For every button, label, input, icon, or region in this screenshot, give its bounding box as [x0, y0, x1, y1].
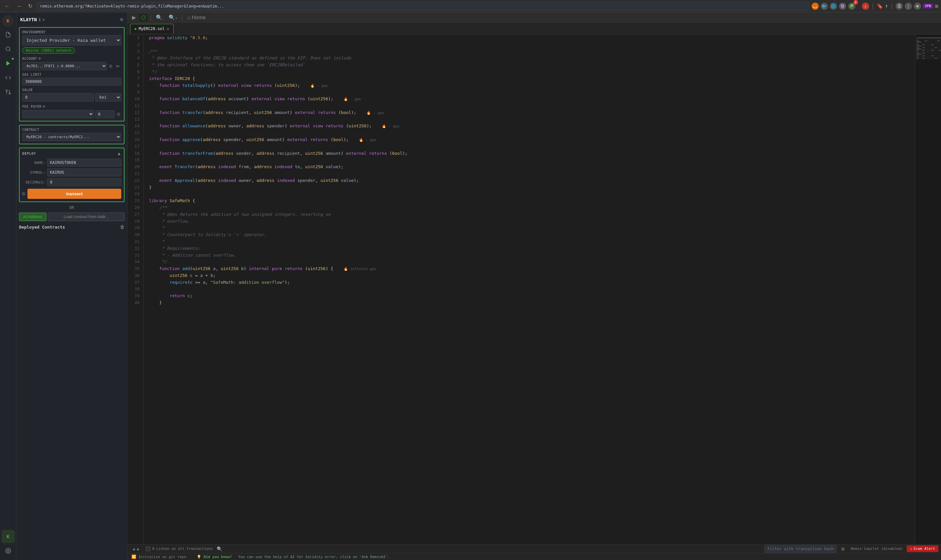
browser-icons: 🦊 🐦 🌐 🔮 🧩 2 ⚠ | 🔖 ⬆ | ☰ ⋮ ⊞ VPN ≡	[811, 3, 938, 10]
zoom-in-button[interactable]: 🔍+	[167, 14, 179, 21]
deploy-symbol-input[interactable]	[47, 168, 121, 176]
deploy-name-input[interactable]	[47, 159, 121, 166]
edit-account-button[interactable]: ✏	[115, 63, 121, 69]
minimap-content: ████████████████████████████████████████…	[915, 35, 941, 62]
network-badge: Kairos (1001) network	[22, 47, 75, 54]
status-left: ▲▲	[130, 546, 142, 552]
info-icon[interactable]: ℹ	[39, 17, 40, 22]
minimap: ████████████████████████████████████████…	[915, 35, 941, 544]
sidebar-item-settings[interactable]	[2, 544, 15, 557]
forward-button[interactable]: →	[14, 3, 23, 10]
svg-marker-2	[6, 61, 10, 66]
warning-triangle-icon: ⚠	[910, 547, 912, 551]
icon-sidebar: K	[0, 12, 16, 560]
value-label: VALUE	[22, 88, 121, 92]
gas-limit-label: GAS LIMIT	[22, 73, 121, 76]
separator-2: |	[180, 14, 184, 21]
svg-line-1	[9, 50, 10, 51]
search-transactions-button[interactable]: 🔍	[215, 546, 224, 552]
listen-row: 0 Listen on all transactions 🔍	[146, 546, 224, 552]
init-label[interactable]: Initialize as git repo	[139, 555, 186, 559]
account-row: 0x7D3...7F871 (-0.0000... ⎘ ✏	[22, 62, 121, 70]
fox-icon[interactable]: 🦊	[811, 3, 819, 10]
fee-payer-select[interactable]	[22, 110, 94, 118]
fee-value-input[interactable]	[95, 110, 115, 118]
vpn-badge[interactable]: VPN	[923, 4, 933, 8]
contract-section: CONTRACT MyERC20 - contracts/MyERC2...	[19, 125, 125, 144]
collapse-deploy-button[interactable]: ▲	[117, 151, 121, 156]
browser-top-bar: ← → ↻ 🦊 🐦 🌐 🔮 🧩 2 ⚠ | 🔖 ⬆ | ☰ ⋮ ⊞ VPN ≡	[0, 0, 941, 12]
fee-payer-info-icon[interactable]: ⊕	[43, 104, 45, 109]
gas-limit-input[interactable]	[22, 78, 121, 86]
account-info-icon[interactable]: ⊕	[39, 56, 41, 61]
contract-select[interactable]: MyERC20 - contracts/MyERC2...	[22, 133, 121, 141]
deploy-decimals-field: DECIMALS:	[22, 178, 121, 186]
status-bar: ▲▲ 0 Listen on all transactions 🔍 ⊕ Remi…	[128, 544, 941, 553]
sidebar-item-klaytn[interactable]: K	[2, 530, 15, 543]
home-button[interactable]: ⌂ Home	[185, 14, 208, 21]
copy-deploy-button[interactable]: ⎘	[22, 191, 26, 197]
sidebar-item-files[interactable]	[2, 28, 15, 41]
sidebar-item-deploy[interactable]	[2, 57, 15, 70]
plugin-button[interactable]: ⬡	[139, 14, 148, 21]
separator-1: |	[149, 14, 153, 21]
warning-icon[interactable]: ⚠	[862, 3, 869, 10]
ext-5[interactable]: ☰	[896, 3, 903, 10]
deploy-title: DEPLOY	[22, 152, 36, 155]
tab-grid[interactable]: ⊞	[914, 3, 921, 10]
left-panel: KLAYTN ℹ > ≡ ENVIRONMENT Injected Provid…	[16, 12, 128, 560]
deploy-symbol-label: SYMBOL:	[22, 171, 45, 175]
at-address-button[interactable]: At Address	[19, 212, 46, 221]
account-select[interactable]: 0x7D3...7F871 (-0.0000...	[22, 62, 107, 70]
share-icon[interactable]: ⬆	[885, 3, 889, 9]
ext-icon-3[interactable]: 🔮	[839, 3, 846, 10]
run-button[interactable]: ▶	[130, 14, 138, 21]
environment-select[interactable]: Injected Provider - Kaia wallet	[22, 35, 121, 45]
klaytn-header: KLAYTN ℹ > ≡	[19, 15, 125, 24]
deploy-name-label: NAME:	[22, 161, 45, 165]
url-bar[interactable]	[37, 2, 809, 11]
deployed-contracts-header: Deployed Contracts 🗑	[19, 224, 125, 229]
copy-account-button[interactable]: ⎘	[108, 63, 113, 69]
deploy-name-field: NAME:	[22, 159, 121, 166]
sidebar-item-git[interactable]	[2, 86, 15, 98]
sidebar-item-search[interactable]	[2, 42, 15, 55]
tab-close-button[interactable]: ✕	[167, 26, 169, 31]
menu-icon[interactable]: ≡	[935, 3, 938, 9]
tab-myerc20[interactable]: ◆ MyERC20.sol ✕	[130, 24, 174, 33]
sidebar-item-compile[interactable]	[2, 71, 15, 84]
home-label: Home	[192, 15, 206, 21]
ext-6[interactable]: ⋮	[905, 3, 912, 10]
breadcrumb-icon: >	[43, 17, 45, 22]
dyk-label: Did you know?	[204, 555, 232, 559]
code-editor[interactable]: 1 2 3 4 5 6 7 8 9 10 11 12 13 14 15 16 1…	[128, 35, 941, 544]
address-buttons: At Address Load contract from Addr...	[19, 212, 125, 221]
klaytn-title: KLAYTN	[20, 17, 37, 22]
value-row: kei Gkei KLAY	[22, 93, 121, 102]
init-bar: 🔀 Initialize as git repo 💡 Did you know?…	[128, 553, 941, 560]
ext-icon-2[interactable]: 🌐	[830, 3, 837, 10]
clear-contracts-button[interactable]: 🗑	[120, 224, 125, 229]
copy-fee-button[interactable]: ⎘	[116, 111, 121, 118]
deploy-decimals-input[interactable]	[47, 178, 121, 186]
load-contract-button[interactable]: Load contract from Addr...	[48, 212, 125, 221]
deploy-decimals-label: DECIMALS:	[22, 180, 45, 185]
scroll-up-button[interactable]: ▲▲	[130, 546, 142, 552]
back-button[interactable]: ←	[3, 3, 12, 10]
refresh-button[interactable]: ↻	[26, 2, 34, 10]
menu-icon[interactable]: ≡	[120, 16, 123, 23]
filter-input[interactable]	[765, 545, 836, 553]
zoom-out-button[interactable]: 🔍-	[154, 14, 165, 21]
transact-button[interactable]: transact	[28, 189, 121, 199]
scam-alert-badge[interactable]: ⚠ Scam Alert	[907, 545, 938, 552]
listen-checkbox[interactable]	[146, 547, 150, 551]
deploy-symbol-field: SYMBOL:	[22, 168, 121, 176]
value-input[interactable]	[22, 93, 94, 102]
unit-select[interactable]: kei Gkei KLAY	[95, 93, 121, 102]
sidebar-logo[interactable]: K	[2, 15, 14, 27]
status-right: ⊕	[765, 545, 847, 553]
filter-icon-button[interactable]: ⊕	[839, 546, 847, 552]
ext-icon-1[interactable]: 🐦	[821, 3, 828, 10]
bookmark-icon[interactable]: 🔖	[876, 3, 883, 9]
remix-copilot-label: Remix Copilot (disabled)	[851, 547, 903, 551]
